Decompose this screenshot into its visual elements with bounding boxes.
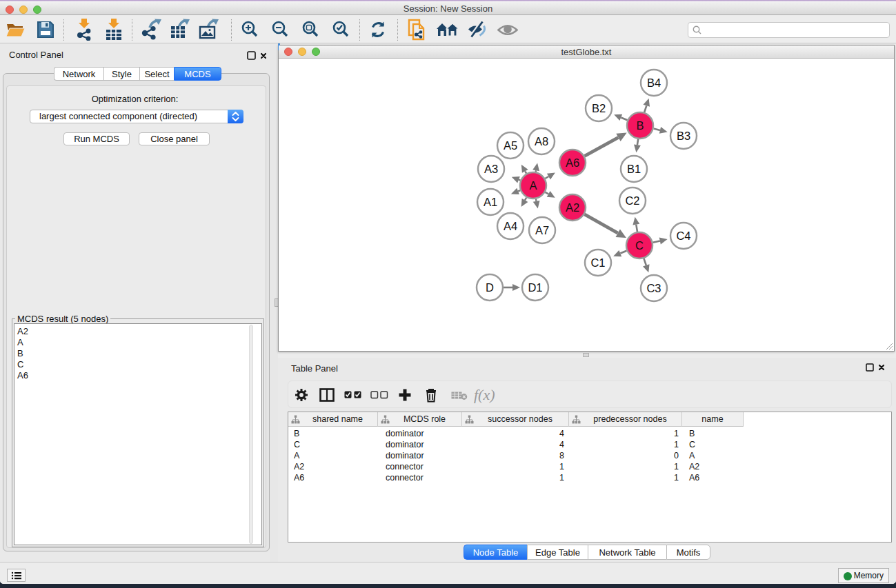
svg-text:C: C [635,239,644,252]
svg-text:A6: A6 [566,156,579,169]
svg-text:D1: D1 [528,281,542,294]
svg-text:D: D [486,281,494,294]
svg-text:B: B [636,119,644,132]
svg-text:B3: B3 [677,130,690,142]
svg-text:A5: A5 [504,139,517,152]
svg-text:C2: C2 [625,194,639,207]
svg-text:A2: A2 [566,201,579,214]
svg-text:C3: C3 [646,282,661,294]
svg-text:B4: B4 [647,77,661,89]
svg-text:C1: C1 [590,256,605,269]
svg-text:A7: A7 [535,224,549,236]
svg-text:A4: A4 [504,220,517,232]
svg-text:A: A [529,179,537,192]
svg-text:A8: A8 [535,135,548,148]
svg-text:B1: B1 [627,163,641,175]
svg-text:A3: A3 [484,163,498,175]
svg-text:B2: B2 [592,102,606,114]
svg-text:C4: C4 [676,230,690,242]
svg-text:A1: A1 [484,196,497,208]
